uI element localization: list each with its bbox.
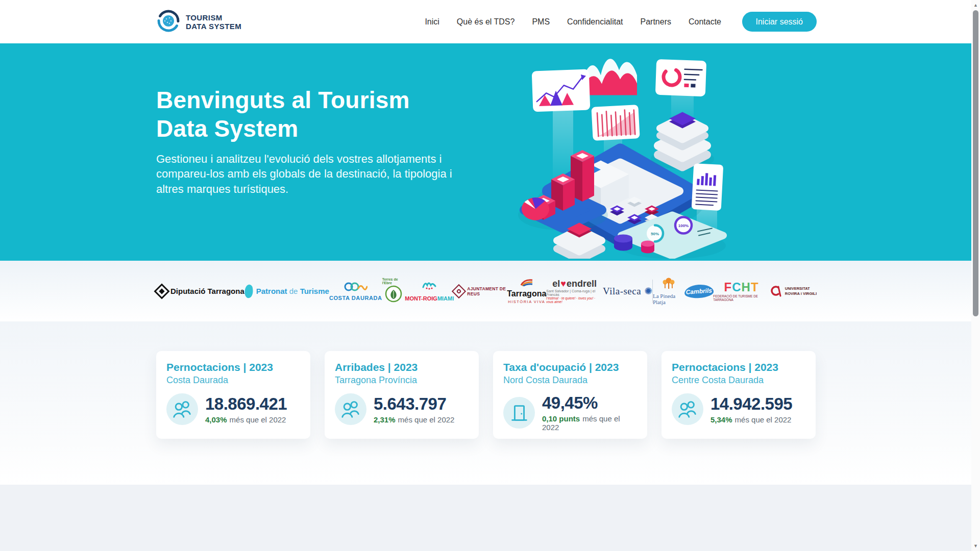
card-title: Arribades | 2023 — [335, 361, 470, 373]
door-icon — [503, 397, 535, 429]
partner-logo-cambrils: Cambrils — [684, 284, 714, 299]
patronat-leaf-icon — [243, 284, 254, 298]
stat-delta-note: més que el 2022 — [735, 415, 792, 424]
partner-logo-la-pineda-platja: La Pineda Platja — [653, 278, 684, 305]
partner-logo-ajuntament-de-reus: AJUNTAMENT DE REUS — [454, 286, 507, 296]
diputacio-emblem-icon — [154, 283, 169, 299]
card-title: Pernoctacions | 2023 — [166, 361, 301, 373]
partner-logo-costa-daurada: COSTA DAURADA — [329, 282, 382, 301]
card-title: Taxa d'ocupació | 2023 — [503, 361, 638, 373]
card-subtitle: Costa Daurada — [166, 375, 301, 386]
scrollbar-up-arrow[interactable]: ▲ — [971, 1, 980, 9]
nav-contacte[interactable]: Contacte — [689, 17, 721, 27]
partner-logo-mont-roig-miami: MONT-ROIGMIAMI — [405, 280, 454, 303]
nav-confidencialitat[interactable]: Confidencialitat — [567, 17, 623, 27]
hero-description: Gestioneu i analitzeu l'evolució dels vo… — [156, 152, 475, 196]
stat-delta: 2,31% — [374, 415, 396, 424]
hero-illustration: 50% 100% — [503, 44, 727, 261]
page: TOURISMDATA SYSTEM Inici Què és el TDS? … — [0, 0, 971, 551]
brand-globe-icon — [156, 9, 181, 35]
partner-logo-urv: UNIVERSITATROVIRA i VIRGILI — [770, 284, 817, 299]
scrollbar-thumb[interactable] — [973, 10, 978, 316]
hero-section: Benvinguts al TourismData System Gestion… — [0, 43, 971, 261]
heart-icon: ♥ — [560, 279, 567, 289]
card-subtitle: Tarragona Província — [335, 375, 470, 386]
mont-roig-bird-icon — [422, 280, 437, 292]
partner-logo-el-vendrell: el♥endrell Sant Salvador | Coma-ruga | e… — [546, 279, 603, 304]
nav-partners[interactable]: Partners — [640, 17, 671, 27]
main-nav: Inici Què és el TDS? PMS Confidencialita… — [425, 0, 721, 43]
stat-value: 5.643.797 — [374, 394, 454, 414]
stat-value: 49,45% — [542, 393, 638, 413]
brand-logo[interactable]: TOURISMDATA SYSTEM — [156, 9, 241, 35]
partner-logo-patronat-de-turisme: Patronat de Turisme — [244, 285, 329, 298]
terres-ebre-badge-icon — [385, 285, 402, 305]
partner-logo-terres-de-lebre: Terres de l'Ebre — [382, 278, 405, 305]
stat-delta-note: més que el 2022 — [398, 415, 455, 424]
lower-section — [0, 485, 971, 551]
hero-title: Benvinguts al TourismData System — [156, 86, 410, 143]
stat-card-arribades-tarragona: Arribades | 2023 Tarragona Província 5.6… — [325, 351, 479, 439]
partner-logo-fcht: FCHT FEDERACIÓ DE TURISME DE TARRAGONA — [713, 281, 769, 302]
scrollbar-down-arrow[interactable]: ▼ — [971, 542, 980, 550]
stat-delta: 5,34% — [710, 415, 732, 424]
nav-que-es-el-tds[interactable]: Què és el TDS? — [457, 17, 515, 27]
pineda-trees-icon — [661, 278, 676, 292]
tarragona-shell-icon — [520, 278, 533, 288]
partner-logo-vila-seca: Vila-seca ✺ — [603, 285, 652, 297]
nav-pms[interactable]: PMS — [532, 17, 550, 27]
login-button[interactable]: Iniciar sessió — [742, 12, 817, 32]
card-subtitle: Centre Costa Daurada — [672, 375, 806, 386]
svg-text:50%: 50% — [651, 232, 659, 236]
stat-value: 14.942.595 — [710, 394, 792, 414]
scrollbar: ▲ ▼ — [971, 0, 980, 551]
stats-section: Pernoctacions | 2023 Costa Daurada 18.86… — [0, 321, 971, 485]
nav-inici[interactable]: Inici — [425, 17, 439, 27]
partner-logo-tarragona-historia-viva: Tarragona HISTÒRIA VIVA — [507, 278, 546, 304]
partner-logo-diputacio-tarragona: Diputació Tarragona — [156, 286, 244, 297]
brand-name: TOURISMDATA SYSTEM — [186, 13, 241, 31]
users-icon — [166, 393, 198, 425]
card-subtitle: Nord Costa Daurada — [503, 375, 638, 386]
stat-value: 18.869.421 — [205, 394, 287, 414]
stat-card-pernoctacions-centre: Pernoctacions | 2023 Centre Costa Daurad… — [662, 351, 816, 439]
users-icon — [335, 393, 366, 425]
svg-text:100%: 100% — [678, 223, 689, 228]
stat-card-taxa-ocupacio-nord: Taxa d'ocupació | 2023 Nord Costa Daurad… — [493, 351, 647, 439]
stat-delta: 0,10 punts — [542, 414, 580, 423]
partner-logo-band: Diputació Tarragona Patronat de Turisme … — [0, 261, 971, 321]
stat-delta-note: més que el 2022 — [230, 415, 286, 424]
vila-seca-sun-icon: ✺ — [644, 285, 652, 297]
urv-emblem-icon — [770, 284, 782, 299]
stat-card-pernoctacions-costa-daurada: Pernoctacions | 2023 Costa Daurada 18.86… — [156, 351, 310, 439]
users-icon — [672, 393, 703, 425]
card-title: Pernoctacions | 2023 — [672, 361, 806, 373]
reus-emblem-icon — [452, 284, 466, 298]
header: TOURISMDATA SYSTEM Inici Què és el TDS? … — [0, 0, 971, 43]
costa-daurada-knot-icon — [344, 282, 368, 294]
stat-delta: 4,03% — [205, 415, 227, 424]
